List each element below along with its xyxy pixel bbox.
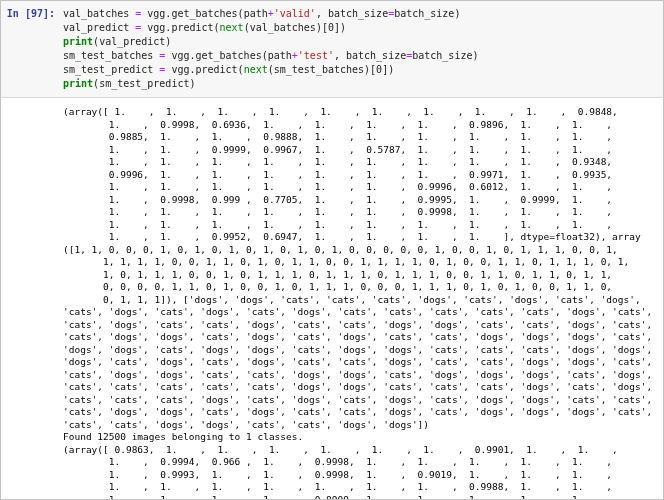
input-area: In [97]: val_batches = vgg.get_batches(p… [1,1,663,98]
code-block[interactable]: val_batches = vgg.get_batches(path+'vali… [63,7,663,91]
input-prompt: In [97]: [1,7,63,91]
notebook-cell: In [97]: val_batches = vgg.get_batches(p… [0,0,664,500]
output-area[interactable]: (array([ 1. , 1. , 1. , 1. , 1. , 1. , 1… [1,98,663,499]
